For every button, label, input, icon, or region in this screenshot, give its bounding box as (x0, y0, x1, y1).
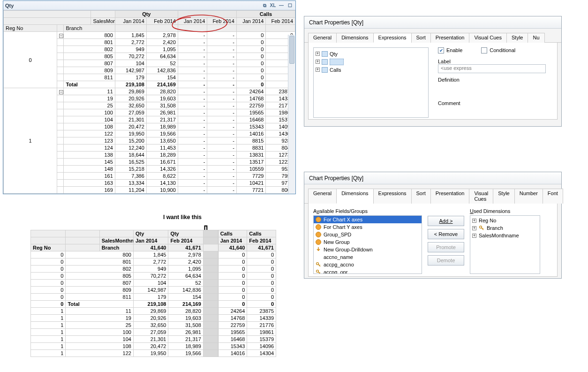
hdr-group-blank[interactable] (178, 11, 236, 18)
expression-tree-item[interactable]: + (316, 58, 426, 66)
used-dimensions-list[interactable]: +Reg No+Branch+SalesMonthname (470, 215, 540, 274)
table-row[interactable]: 08071045200 (31, 280, 276, 287)
tab-expressions[interactable]: Expressions (373, 189, 412, 204)
available-field-item[interactable]: accpg_opr (314, 268, 422, 274)
used-dimension-item[interactable]: +Reg No (471, 217, 539, 224)
hdr-calls-jan[interactable]: Jan 2014 (236, 18, 266, 25)
hdr2-qty1[interactable]: Qty (133, 230, 168, 237)
remove-button[interactable]: < Remove (428, 229, 464, 239)
enable-checkbox[interactable]: ✔ Enable (438, 46, 462, 55)
add-button[interactable]: Add > (428, 216, 464, 226)
tab-style[interactable]: Style (506, 33, 528, 43)
dlgA-title[interactable]: Chart Properties [Qty] (304, 16, 561, 29)
table-row[interactable]: 0−8001,8452,978--00 (4, 32, 295, 39)
available-field-item[interactable]: accpg_accno (314, 261, 422, 268)
hdr-salesmonth[interactable]: SalesMont... (91, 18, 115, 25)
expand-icon[interactable]: + (316, 68, 320, 72)
pivot-table[interactable]: Qty Calls SalesMont... Jan 2014 Feb 2014… (3, 10, 295, 194)
tab-expressions[interactable]: Expressions (373, 33, 412, 43)
tab-presentation[interactable]: Presentation (430, 189, 470, 204)
expression-label[interactable]: Qty (330, 51, 338, 57)
expression-tree-item[interactable]: +Calls (316, 66, 426, 74)
hdr2-branch[interactable]: Branch (99, 244, 133, 251)
table-row[interactable]: 080570,27264,63400 (31, 273, 276, 280)
tab-dimensions[interactable]: Dimensions (336, 189, 373, 204)
expand-icon[interactable]: + (316, 60, 320, 64)
tab-visual-cues[interactable]: Visual Cues (469, 33, 507, 43)
expression-tree[interactable]: +Qty++Calls (313, 47, 429, 118)
table-row[interactable]: 0809142,987142,83600 (31, 287, 276, 294)
tab-number[interactable]: Number (514, 189, 543, 204)
hdr-regno[interactable]: Reg No (4, 25, 57, 32)
table-row[interactable]: 112219,95019,5661401614304 (31, 350, 276, 357)
hdr2-calls2[interactable]: Calls (247, 230, 276, 237)
table-row[interactable]: 110421,30121,3171646815379 (31, 336, 276, 343)
available-field-item[interactable]: For Chart X axes (314, 216, 422, 223)
hdr-blank-feb[interactable]: Feb 2014 (207, 18, 237, 25)
table-row[interactable]: 110820,47218,9891534314096 (31, 343, 276, 350)
tab-general[interactable]: General (308, 33, 337, 43)
available-field-item[interactable]: accno_name (314, 253, 422, 261)
xl-icon[interactable]: XL (269, 2, 277, 9)
available-fields-list[interactable]: For Chart X axesFor Chart Y axesGroup_SP… (313, 215, 422, 274)
label-input[interactable]: <use express (438, 64, 546, 73)
used-dimension-item[interactable]: +Branch (471, 224, 539, 232)
demote-button[interactable]: Demote (428, 255, 464, 266)
available-field-item[interactable]: New Group-Drilldown (314, 246, 422, 253)
available-field-item[interactable]: For Chart Y axes (314, 223, 422, 231)
tab-font[interactable]: Font (543, 189, 563, 204)
table-row[interactable]: 081117915400 (31, 294, 276, 301)
table-row[interactable]: 08001,8452,97800 (31, 251, 276, 258)
hdr-calls-feb[interactable]: Feb 2014 (266, 18, 295, 25)
table-row[interactable]: 1−1129,86928,820--2426423875 (4, 88, 295, 95)
table-row[interactable]: 110027,05926,9811956519861 (31, 329, 276, 336)
hdr-blank-jan[interactable]: Jan 2014 (178, 18, 207, 25)
hdr-branch[interactable]: Branch (64, 25, 115, 32)
hdr-group-qty[interactable]: Qty (115, 11, 178, 18)
collapse-icon[interactable]: − (59, 34, 63, 38)
table-row[interactable]: 08029491,09500 (31, 266, 276, 273)
tab-visual-cues[interactable]: Visual Cues (469, 189, 493, 204)
maximize-icon[interactable]: ☐ (286, 2, 294, 9)
expand-icon[interactable]: + (472, 234, 476, 238)
hdr2-qty2[interactable]: Qty (168, 230, 203, 237)
tab-style[interactable]: Style (493, 189, 514, 204)
hdr-qty-feb[interactable]: Feb 2014 (146, 18, 178, 25)
expand-icon[interactable]: + (472, 226, 476, 230)
tab-sort[interactable]: Sort (411, 33, 431, 43)
promote-button[interactable]: Promote (428, 242, 464, 252)
expression-label-editing[interactable] (330, 59, 344, 65)
tab-presentation[interactable]: Presentation (430, 33, 470, 43)
available-field-item[interactable]: New Group (314, 238, 422, 246)
hdr2-calls1[interactable]: Calls (218, 230, 247, 237)
hdr2-regno[interactable]: Reg No (31, 244, 66, 251)
hdr2-smn[interactable]: SalesMonthname (99, 237, 133, 244)
tab-dimensions[interactable]: Dimensions (336, 33, 373, 43)
hdr2-jan[interactable]: Jan 2014 (133, 237, 168, 244)
hdr-group-calls[interactable]: Calls (236, 11, 295, 18)
expression-label[interactable]: Calls (330, 67, 341, 73)
hdr-qty-jan[interactable]: Jan 2014 (115, 18, 146, 25)
table-row[interactable]: 08012,7722,42000 (31, 258, 276, 266)
expand-icon[interactable]: + (472, 219, 476, 223)
tab-general[interactable]: General (308, 189, 337, 204)
dlgB-title[interactable]: Chart Properties [Qty] (304, 172, 561, 184)
minimize-icon[interactable]: — (278, 2, 285, 9)
detach-icon[interactable]: ⧉ (261, 2, 268, 9)
hdr2-jan2[interactable]: Jan 2014 (218, 237, 247, 244)
expand-icon[interactable]: + (316, 52, 320, 56)
used-dimension-item[interactable]: +SalesMonthname (471, 232, 539, 239)
expression-tree-item[interactable]: +Qty (316, 50, 426, 58)
desired-pivot[interactable]: Qty Qty Calls Calls SalesMonthname Jan 2… (30, 230, 276, 357)
table-row[interactable]: 11129,86928,8202426423875 (31, 308, 276, 315)
pivot-titlebar[interactable]: Qty ⧉ XL — ☐ (3, 1, 295, 10)
tab-sort[interactable]: Sort (411, 189, 431, 204)
available-field-item[interactable]: Group_SPD (314, 231, 422, 238)
tab-nu[interactable]: Nu (528, 33, 544, 43)
pivot-scrollbar[interactable] (288, 35, 295, 194)
hdr2-feb2[interactable]: Feb 2014 (247, 237, 276, 244)
conditional-checkbox[interactable]: Conditional (481, 46, 515, 55)
hdr2-feb[interactable]: Feb 2014 (168, 237, 203, 244)
table-row[interactable]: 11920,92619,6031476814339 (31, 315, 276, 322)
collapse-icon[interactable]: − (59, 90, 63, 94)
